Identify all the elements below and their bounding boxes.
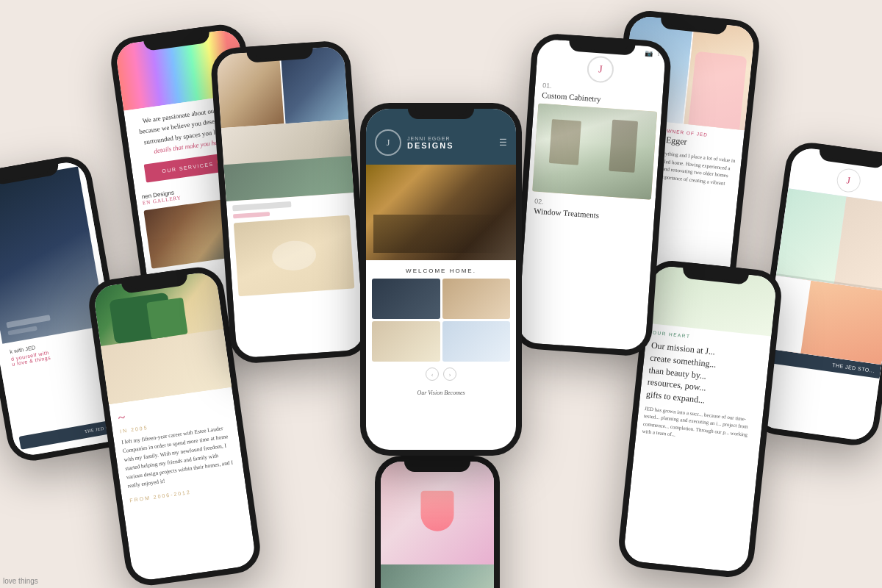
jenni-vision: Our Vision Becomes (366, 384, 516, 402)
phone-center-right: 📷 f J 01. Custom Cabinetry 02. Window Tr… (511, 32, 673, 357)
phones-container: k with JED d yourself with u love & thin… (0, 0, 882, 588)
heart-text: JED has grown into a succ... because of … (642, 405, 757, 448)
next-arrow[interactable]: › (443, 368, 456, 381)
jenni-logo: J (375, 129, 401, 156)
story-text1: I left my fifteen-year career with Estee… (121, 423, 237, 491)
phone-center-left (209, 40, 371, 365)
jenni-brand-name: DESIGNS (407, 141, 454, 150)
heart-title: Our mission at J...create something...th… (645, 340, 764, 413)
prev-arrow[interactable]: ‹ (426, 368, 439, 381)
phone-bottom-center (375, 456, 500, 588)
phone-center-main: J JENNI EGGER DESIGNS ☰ WELCOME HOME. (360, 103, 522, 456)
jenni-welcome: WELCOME HOME. (366, 260, 516, 279)
bottom-label: love things (3, 577, 38, 585)
